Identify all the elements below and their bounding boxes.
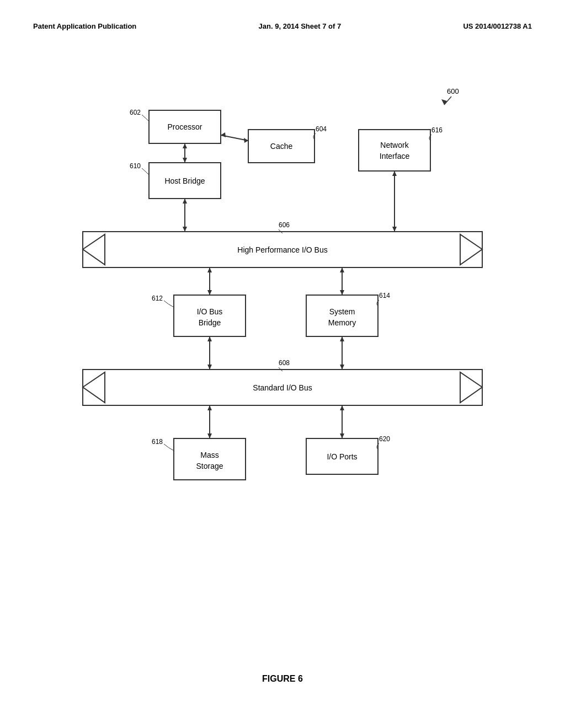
header-right: US 2014/0012738 A1 — [463, 22, 532, 30]
svg-text:System: System — [329, 307, 355, 316]
svg-text:612: 612 — [152, 295, 163, 302]
svg-marker-60 — [207, 433, 212, 438]
svg-marker-37 — [340, 267, 344, 272]
svg-text:608: 608 — [279, 359, 290, 367]
svg-rect-9 — [359, 130, 430, 171]
svg-text:Bridge: Bridge — [199, 318, 221, 327]
svg-marker-51 — [340, 365, 344, 370]
svg-marker-62 — [340, 405, 344, 410]
svg-text:614: 614 — [379, 292, 390, 299]
svg-text:Mass: Mass — [200, 451, 218, 459]
svg-marker-20 — [244, 138, 248, 143]
svg-marker-27 — [392, 171, 397, 176]
svg-marker-17 — [183, 158, 187, 163]
svg-text:High Performance I/O Bus: High Performance I/O Bus — [237, 245, 327, 254]
header-center: Jan. 9, 2014 Sheet 7 of 7 — [259, 22, 342, 30]
svg-text:618: 618 — [152, 438, 163, 446]
svg-marker-26 — [392, 227, 397, 232]
svg-marker-63 — [340, 433, 344, 438]
svg-text:Interface: Interface — [380, 152, 410, 160]
svg-text:I/O Bus: I/O Bus — [197, 307, 223, 316]
svg-marker-59 — [207, 405, 212, 410]
svg-text:Storage: Storage — [196, 462, 223, 470]
svg-text:Network: Network — [380, 141, 409, 149]
svg-text:Host Bridge: Host Bridge — [164, 176, 205, 185]
svg-marker-38 — [340, 290, 344, 295]
svg-marker-18 — [183, 143, 187, 148]
header-left: Patent Application Publication — [33, 22, 136, 30]
svg-text:600: 600 — [447, 87, 459, 95]
svg-text:Standard I/O Bus: Standard I/O Bus — [253, 383, 312, 392]
svg-marker-24 — [183, 199, 187, 204]
svg-text:610: 610 — [130, 162, 141, 170]
svg-text:616: 616 — [431, 126, 443, 134]
svg-marker-48 — [207, 365, 212, 370]
svg-marker-21 — [221, 132, 226, 137]
svg-marker-49 — [207, 336, 212, 341]
figure-label: FIGURE 6 — [262, 674, 303, 683]
figure-caption: FIGURE 6 — [0, 674, 565, 684]
patent-page: Patent Application Publication Jan. 9, 2… — [0, 0, 565, 728]
svg-marker-23 — [183, 227, 187, 232]
svg-marker-52 — [340, 336, 344, 341]
page-header: Patent Application Publication Jan. 9, 2… — [33, 22, 532, 30]
svg-text:620: 620 — [379, 435, 390, 443]
svg-text:606: 606 — [279, 221, 290, 229]
svg-text:602: 602 — [130, 109, 141, 116]
svg-text:604: 604 — [316, 125, 327, 133]
svg-text:Processor: Processor — [167, 122, 202, 131]
svg-marker-34 — [207, 267, 212, 272]
svg-marker-35 — [207, 290, 212, 295]
svg-text:I/O Ports: I/O Ports — [327, 452, 357, 461]
svg-text:Memory: Memory — [328, 318, 356, 327]
diagram-svg: 600 Processor 602 Cache 604 Network Inte… — [28, 50, 537, 629]
svg-text:Cache: Cache — [270, 142, 293, 151]
svg-marker-2 — [441, 99, 447, 105]
